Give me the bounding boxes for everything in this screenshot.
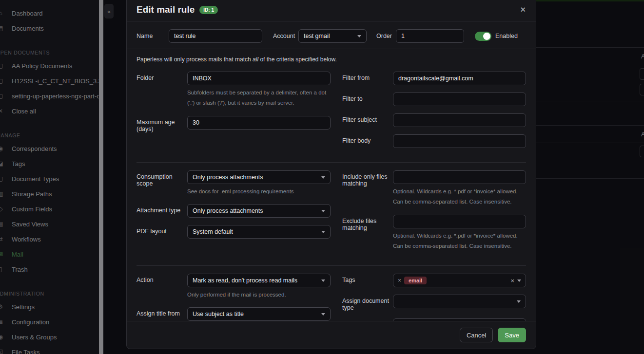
enabled-label: Enabled (495, 33, 518, 39)
chevron-down-icon (517, 279, 521, 282)
clear-tags-icon[interactable]: × (510, 277, 514, 284)
folder-input[interactable] (187, 72, 331, 85)
exclude-files-help: Optional. Wildcards e.g. *.pdf or *invoi… (393, 231, 526, 252)
max-age-field: Maximum age (days) (137, 116, 331, 132)
chevron-down-icon (517, 300, 521, 303)
account-select[interactable]: test gmail (298, 29, 367, 43)
dialog-footer: Cancel Save (127, 321, 536, 349)
name-label: Name (137, 33, 169, 39)
filter-body-field: Filter body (342, 134, 526, 148)
action-value: Mark as read, don't process read mails (193, 277, 318, 284)
max-age-label: Maximum age (days) (137, 116, 187, 132)
filter-from-input[interactable] (393, 72, 526, 85)
dialog-title: Edit mail rule (137, 4, 195, 15)
assign-doctype-label: Assign document type (342, 295, 393, 311)
edit-mail-rule-dialog: Edit mail rule ID: 1 ✕ Name Account test… (126, 0, 536, 349)
pdf-layout-value: System default (193, 228, 318, 235)
assign-title-field: Assign title from Use subject as title (137, 307, 331, 321)
folder-field: Folder Subfolders must be separated by a… (137, 72, 331, 109)
pdf-layout-field: PDF layout System default (137, 225, 331, 239)
tags-select[interactable]: × email × (393, 274, 526, 287)
assign-title-label: Assign title from (137, 307, 187, 321)
folder-label: Folder (137, 72, 187, 109)
attachment-type-field: Attachment type Only process attachments (137, 204, 331, 218)
tag-chip: email (404, 277, 427, 284)
assign-title-select[interactable]: Use subject as title (187, 307, 331, 321)
divider (127, 49, 536, 49)
include-files-help: Optional. Wildcards e.g. *.pdf or *invoi… (393, 186, 526, 207)
chevron-down-icon (321, 231, 325, 233)
assign-doctype-select[interactable] (393, 295, 526, 308)
include-files-input[interactable] (393, 170, 526, 184)
action-help: Only performed if the mail is processed. (187, 290, 331, 300)
criteria-note: Paperless will only process mails that m… (137, 56, 526, 63)
consumption-scope-select[interactable]: Only process attachments (187, 170, 331, 184)
filter-to-input[interactable] (393, 93, 526, 106)
assign-title-value: Use subject as title (193, 311, 318, 317)
consumption-scope-field: Consumption scope Only process attachmen… (137, 170, 331, 197)
action-label: Action (137, 274, 187, 300)
id-badge: ID: 1 (199, 6, 218, 14)
filter-to-field: Filter to (342, 93, 526, 106)
account-label: Account (273, 33, 298, 39)
filter-body-input[interactable] (393, 134, 526, 148)
action-field: Action Mark as read, don't process read … (137, 274, 331, 300)
account-select-value: test gmail (304, 33, 354, 39)
pdf-layout-label: PDF layout (137, 225, 187, 239)
app-window: Mail Mail accounts Name Actions test gma… (0, 0, 644, 354)
exclude-files-label: Exclude files matching (342, 215, 393, 252)
attachment-type-select[interactable]: Only process attachments (187, 204, 331, 218)
chevron-down-icon (321, 279, 325, 282)
criteria-section: Folder Subfolders must be separated by a… (137, 64, 526, 156)
enabled-toggle[interactable] (475, 32, 491, 41)
folder-help: Subfolders must be separated by a delimi… (187, 88, 331, 109)
rule-basic-row: Name Account test gmail Order Enabled (137, 29, 526, 43)
consumption-scope-help: See docs for .eml processing requirement… (187, 186, 331, 197)
chevron-down-icon (321, 210, 325, 212)
filter-subject-input[interactable] (393, 113, 526, 127)
processing-section: Consumption scope Only process attachmen… (137, 162, 526, 260)
consumption-scope-label: Consumption scope (137, 170, 187, 197)
action-select[interactable]: Mark as read, don't process read mails (187, 274, 331, 287)
filter-subject-field: Filter subject (342, 113, 526, 127)
chevron-down-icon (357, 35, 361, 37)
toggle-knob (483, 33, 490, 40)
tags-label: Tags (342, 274, 393, 287)
dialog-body: Name Account test gmail Order Enabled Pa… (127, 21, 536, 321)
attachment-type-value: Only process attachments (193, 207, 318, 214)
include-files-field: Include only files matching Optional. Wi… (342, 170, 526, 207)
filter-body-label: Filter body (342, 134, 393, 148)
chevron-down-icon (321, 176, 325, 179)
assign-doctype-field: Assign document type (342, 295, 526, 311)
tags-field: Tags × email × (342, 274, 526, 287)
filter-from-label: Filter from (342, 72, 393, 85)
exclude-files-field: Exclude files matching Optional. Wildcar… (342, 215, 526, 252)
attachment-type-label: Attachment type (137, 204, 187, 218)
chevron-down-icon (321, 313, 325, 316)
actions-section: Action Mark as read, don't process read … (137, 265, 526, 321)
max-age-input[interactable] (187, 116, 331, 130)
close-icon[interactable]: ✕ (520, 5, 526, 14)
order-input[interactable] (396, 29, 464, 43)
consumption-scope-value: Only process attachments (193, 174, 318, 181)
include-files-label: Include only files matching (342, 170, 393, 207)
filter-to-label: Filter to (342, 93, 393, 106)
name-input[interactable] (169, 29, 262, 43)
order-label: Order (376, 33, 396, 39)
save-button[interactable]: Save (498, 328, 526, 342)
dialog-header: Edit mail rule ID: 1 ✕ (127, 0, 536, 21)
pdf-layout-select[interactable]: System default (187, 225, 331, 239)
filter-from-field: Filter from (342, 72, 526, 85)
tag-remove-icon[interactable]: × (398, 277, 401, 284)
cancel-button[interactable]: Cancel (460, 328, 493, 342)
exclude-files-input[interactable] (393, 215, 526, 228)
filter-subject-label: Filter subject (342, 113, 393, 127)
